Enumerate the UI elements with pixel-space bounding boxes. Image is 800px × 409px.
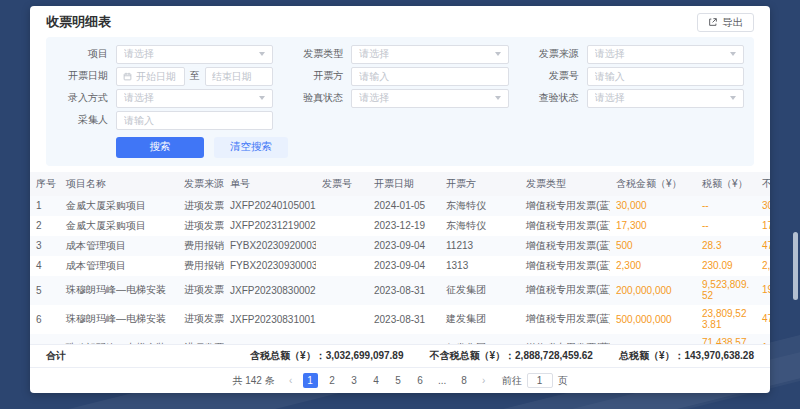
cell-project: 成本管理项目 (60, 256, 178, 276)
summary-excl-total: 不含税总额（¥）：2,888,728,459.62 (430, 349, 593, 363)
page-button-4[interactable]: 4 (369, 373, 384, 388)
summary-tax-total: 总税额（¥）：143,970,638.28 (619, 349, 754, 363)
col-type: 发票类型 (520, 172, 610, 196)
cell-no: 3 (30, 236, 60, 256)
cell-project: 珠穆朗玛峰—电梯安装 (60, 305, 178, 334)
calendar-icon (123, 72, 132, 81)
col-amount: 含税金额（¥） (610, 172, 696, 196)
prev-page-icon[interactable]: ‹ (286, 373, 296, 388)
page-button-8[interactable]: 8 (457, 373, 472, 388)
cell-project: 金威大厦采购项目 (60, 216, 178, 236)
export-button[interactable]: 导出 (697, 13, 754, 32)
page-button-1[interactable]: 1 (303, 373, 318, 388)
cell-tax: 23,809,523.81 (696, 305, 756, 334)
invoice-table: 序号 项目名称 发票来源 单号 发票号 开票日期 开票方 发票类型 含税金额（¥… (30, 172, 770, 345)
cell-order-no: JXFP20231219002 (224, 216, 316, 236)
cell-issuer: 征发集团 (440, 334, 520, 345)
page-button-5[interactable]: 5 (391, 373, 406, 388)
cell-type: 增值税专用发票(蓝) (520, 196, 610, 216)
cell-invoice-no (316, 216, 368, 236)
filter-label: 发票号 (527, 69, 579, 83)
filter-invoice-source: 发票来源 请选择 (527, 45, 744, 64)
cell-source: 进项发票 (178, 196, 224, 216)
col-net: 不含税金额（¥） (756, 172, 770, 196)
cell-invoice-no (316, 196, 368, 216)
goto-suffix: 页 (558, 374, 568, 388)
cell-project: 成本管理项目 (60, 236, 178, 256)
summary-bar: 合计 含税总额（¥）：3,032,699,097.89 不含税总额（¥）：2,8… (30, 344, 770, 368)
next-page-icon[interactable]: › (479, 373, 489, 388)
chevron-down-icon (259, 96, 265, 100)
cell-project: 珠穆朗玛峰—电梯安装 (60, 276, 178, 305)
cell-source: 进项发票 (178, 334, 224, 345)
cell-amount: 2,300 (610, 256, 696, 276)
cell-type: 增值税专用发票(蓝) (520, 236, 610, 256)
cell-amount: 500,000,000 (610, 305, 696, 334)
cell-net: 2,069.91 (756, 256, 770, 276)
entry-method-select[interactable]: 请选择 (116, 89, 273, 108)
cell-no: 5 (30, 276, 60, 305)
cell-order-no: JXFP20230830001 (224, 334, 316, 345)
col-project: 项目名称 (60, 172, 178, 196)
col-invoice-no: 发票号 (316, 172, 368, 196)
table-row: 5 珠穆朗玛峰—电梯安装 进项发票 JXFP20230830002 2023-0… (30, 276, 770, 305)
filter-actions: 搜索 清空搜索 (56, 137, 744, 158)
cell-issuer: 1313 (440, 256, 520, 276)
page-button-3[interactable]: 3 (347, 373, 362, 388)
invoice-no-input[interactable] (587, 67, 744, 86)
cell-tax: 71,438,571.43 (696, 334, 756, 345)
cell-date: 2023-08-30 (368, 334, 440, 345)
col-tax: 税额（¥） (696, 172, 756, 196)
col-no: 序号 (30, 172, 60, 196)
cell-date: 2023-09-04 (368, 236, 440, 256)
col-order-no: 单号 (224, 172, 316, 196)
check-status-select[interactable]: 请选择 (587, 89, 744, 108)
chevron-down-icon (495, 96, 501, 100)
invoice-type-select[interactable]: 请选择 (351, 45, 508, 64)
verify-status-select[interactable]: 请选择 (351, 89, 508, 108)
goto-page: 前往 页 (502, 373, 568, 388)
cell-project: 金威大厦采购项目 (60, 196, 178, 216)
cell-order-no: FYBX20230920003 (224, 236, 316, 256)
chevron-down-icon (730, 52, 736, 56)
pagination: 共 142 条 ‹ 1 2 3 4 5 6 ... 8 › 前往 页 (30, 368, 770, 393)
clear-search-button[interactable]: 清空搜索 (214, 137, 288, 158)
issuer-input[interactable] (351, 67, 508, 86)
filter-issuer: 开票方 (291, 67, 508, 86)
cell-type: 增值税专用发票(蓝) (520, 334, 610, 345)
search-button[interactable]: 搜索 (116, 137, 204, 158)
cell-date: 2023-09-04 (368, 256, 440, 276)
cell-tax: 9,523,809.52 (696, 276, 756, 305)
start-date-field[interactable] (136, 71, 178, 82)
collector-input[interactable] (116, 111, 273, 130)
page-button-2[interactable]: 2 (325, 373, 340, 388)
invoice-source-select[interactable]: 请选择 (587, 45, 744, 64)
cell-source: 进项发票 (178, 305, 224, 334)
page-ellipsis[interactable]: ... (435, 373, 450, 388)
table-row: 3 成本管理项目 费用报销 FYBX20230920003 2023-09-04… (30, 236, 770, 256)
end-date-field[interactable] (212, 71, 267, 82)
filter-invoice-type: 发票类型 请选择 (291, 45, 508, 64)
start-date-input[interactable] (116, 67, 185, 86)
chevron-down-icon (730, 96, 736, 100)
goto-page-input[interactable] (527, 373, 553, 388)
export-icon (708, 17, 718, 27)
filter-label: 采集人 (56, 113, 108, 127)
cell-net: 17,300 (756, 216, 770, 236)
page-scrollbar-thumb[interactable] (793, 232, 798, 300)
project-select[interactable]: 请选择 (116, 45, 273, 64)
table-row: 7 珠穆朗玛峰—电梯安装 进项发票 JXFP20230830001 2023-0… (30, 334, 770, 345)
filter-label: 项目 (56, 47, 108, 61)
cell-issuer: 东海特仪 (440, 196, 520, 216)
cell-tax: 230.09 (696, 256, 756, 276)
page-background: { "colors": { "accent": "#4076f6", "amou… (0, 0, 800, 409)
summary-incl-total: 含税总额（¥）：3,032,699,097.89 (250, 349, 403, 363)
end-date-input[interactable] (205, 67, 274, 86)
cell-net: 30,000 (756, 196, 770, 216)
cell-no: 7 (30, 334, 60, 345)
cell-issuer: 建发集团 (440, 305, 520, 334)
filter-verify-status: 验真状态 请选择 (291, 89, 508, 108)
filter-label: 验真状态 (291, 91, 343, 105)
page-button-6[interactable]: 6 (413, 373, 428, 388)
cell-net: 190,476,190.48 (756, 276, 770, 305)
